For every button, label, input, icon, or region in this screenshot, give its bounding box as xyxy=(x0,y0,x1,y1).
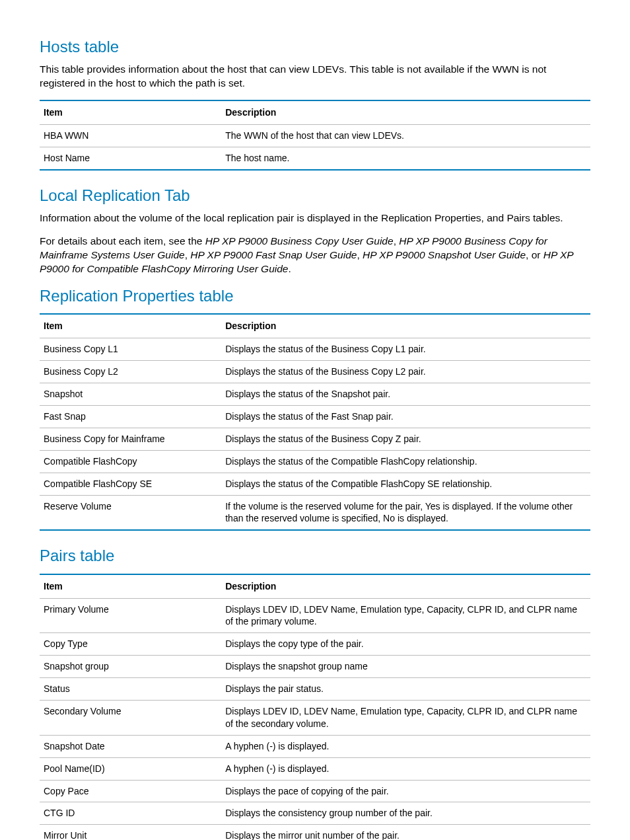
table-row: Host NameThe host name. xyxy=(40,147,590,170)
section-heading: Pairs table xyxy=(40,545,590,566)
table-row: Snapshot groupDisplays the snapshot grou… xyxy=(40,656,590,678)
table-header: Item xyxy=(40,314,221,338)
table-header: Description xyxy=(221,574,590,598)
table-cell: Snapshot Date xyxy=(40,735,221,757)
table-cell: Displays the status of the Business Copy… xyxy=(221,428,590,450)
table-cell: HBA WWN xyxy=(40,125,221,147)
table-row: Pool Name(ID)A hyphen (-) is displayed. xyxy=(40,757,590,780)
table-header: Description xyxy=(221,314,590,338)
table-cell: A hyphen (-) is displayed. xyxy=(221,757,590,780)
table-row: Copy PaceDisplays the pace of copying of… xyxy=(40,780,590,802)
section: Local Replication TabInformation about t… xyxy=(40,185,590,276)
section-heading: Replication Properties table xyxy=(40,286,590,307)
section-heading: Local Replication Tab xyxy=(40,185,590,206)
table-cell: Business Copy L2 xyxy=(40,361,221,383)
table-cell: Primary Volume xyxy=(40,598,221,633)
table-header: Item xyxy=(40,100,221,124)
table-row: Business Copy L2Displays the status of t… xyxy=(40,361,590,383)
table-cell: Reserve Volume xyxy=(40,495,221,530)
table-cell: Copy Pace xyxy=(40,780,221,802)
table-row: Snapshot DateA hyphen (-) is displayed. xyxy=(40,735,590,757)
table-cell: Displays the status of the Compatible Fl… xyxy=(221,450,590,473)
table-cell: The host name. xyxy=(221,147,590,170)
table-cell: Displays LDEV ID, LDEV Name, Emulation t… xyxy=(221,598,590,633)
table-cell: Copy Type xyxy=(40,633,221,656)
table-row: Copy TypeDisplays the copy type of the p… xyxy=(40,633,590,656)
table-cell: CTG ID xyxy=(40,802,221,825)
table-row: Reserve VolumeIf the volume is the reser… xyxy=(40,495,590,530)
table-row: Business Copy for MainframeDisplays the … xyxy=(40,428,590,450)
table-row: Compatible FlashCopyDisplays the status … xyxy=(40,450,590,473)
table-row: StatusDisplays the pair status. xyxy=(40,678,590,701)
table-cell: Displays the status of the Business Copy… xyxy=(221,361,590,383)
section: Replication Properties tableItemDescript… xyxy=(40,286,590,531)
section-heading: Hosts table xyxy=(40,36,590,57)
paragraph: Information about the volume of the loca… xyxy=(40,211,590,225)
table-cell: Displays the snapshot group name xyxy=(221,656,590,678)
data-table: ItemDescriptionPrimary VolumeDisplays LD… xyxy=(40,574,590,840)
table-cell: Secondary Volume xyxy=(40,701,221,736)
table-cell: Pool Name(ID) xyxy=(40,757,221,780)
data-table: ItemDescriptionHBA WWNThe WWN of the hos… xyxy=(40,100,590,171)
table-cell: Mirror Unit xyxy=(40,825,221,840)
table-cell: Displays the status of the Snapshot pair… xyxy=(221,383,590,406)
table-cell: Displays the status of the Business Copy… xyxy=(221,338,590,361)
table-cell: Displays the status of the Compatible Fl… xyxy=(221,473,590,495)
data-table: ItemDescriptionBusiness Copy L1Displays … xyxy=(40,313,590,531)
table-cell: Displays the pace of copying of the pair… xyxy=(221,780,590,802)
table-cell: Host Name xyxy=(40,147,221,170)
table-row: SnapshotDisplays the status of the Snaps… xyxy=(40,383,590,406)
table-cell: Snapshot group xyxy=(40,656,221,678)
table-cell: The WWN of the host that can view LDEVs. xyxy=(221,125,590,147)
table-row: HBA WWNThe WWN of the host that can view… xyxy=(40,125,590,147)
table-cell: Displays LDEV ID, LDEV Name, Emulation t… xyxy=(221,701,590,736)
table-cell: Displays the copy type of the pair. xyxy=(221,633,590,656)
table-row: Compatible FlashCopy SEDisplays the stat… xyxy=(40,473,590,495)
table-row: Primary VolumeDisplays LDEV ID, LDEV Nam… xyxy=(40,598,590,633)
table-cell: Fast Snap xyxy=(40,405,221,428)
page-content: Hosts tableThis table provides informati… xyxy=(40,36,590,840)
section: Hosts tableThis table provides informati… xyxy=(40,36,590,171)
paragraph: This table provides information about th… xyxy=(40,63,590,91)
table-cell: Displays the consistency group number of… xyxy=(221,802,590,825)
table-cell: Compatible FlashCopy SE xyxy=(40,473,221,495)
table-cell: Displays the status of the Fast Snap pai… xyxy=(221,405,590,428)
table-header: Item xyxy=(40,574,221,598)
table-header: Description xyxy=(221,100,590,124)
table-row: Business Copy L1Displays the status of t… xyxy=(40,338,590,361)
table-cell: Displays the mirror unit number of the p… xyxy=(221,825,590,840)
section: Pairs tableItemDescriptionPrimary Volume… xyxy=(40,545,590,840)
table-cell: A hyphen (-) is displayed. xyxy=(221,735,590,757)
paragraph: For details about each item, see the HP … xyxy=(40,235,590,276)
table-row: Secondary VolumeDisplays LDEV ID, LDEV N… xyxy=(40,701,590,736)
table-cell: If the volume is the reserved volume for… xyxy=(221,495,590,530)
table-row: Mirror UnitDisplays the mirror unit numb… xyxy=(40,825,590,840)
table-cell: Status xyxy=(40,678,221,701)
table-cell: Business Copy for Mainframe xyxy=(40,428,221,450)
table-cell: Business Copy L1 xyxy=(40,338,221,361)
table-cell: Snapshot xyxy=(40,383,221,406)
table-cell: Compatible FlashCopy xyxy=(40,450,221,473)
table-row: Fast SnapDisplays the status of the Fast… xyxy=(40,405,590,428)
table-row: CTG IDDisplays the consistency group num… xyxy=(40,802,590,825)
table-cell: Displays the pair status. xyxy=(221,678,590,701)
